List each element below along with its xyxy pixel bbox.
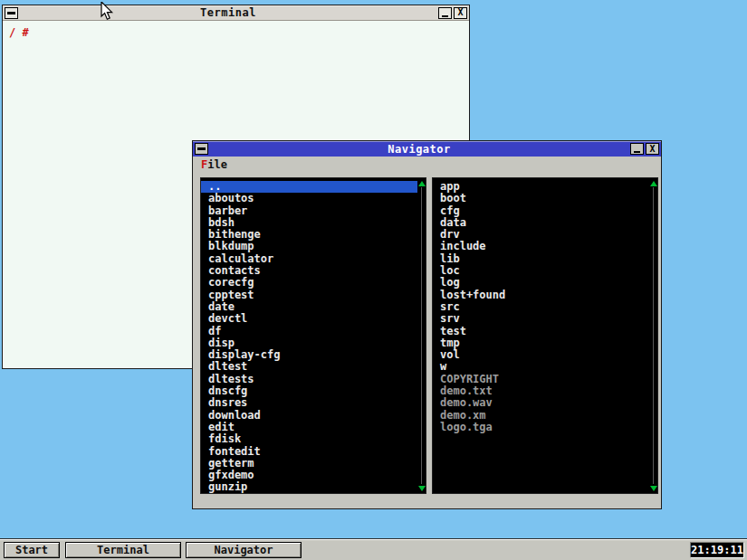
terminal-titlebar[interactable]: Terminal X	[3, 5, 469, 21]
file-item[interactable]: aboutos	[201, 193, 417, 204]
navigator-menubar: File	[193, 157, 661, 172]
file-item[interactable]: include	[433, 241, 649, 252]
file-item[interactable]: tmp	[433, 337, 649, 349]
file-item[interactable]: getterm	[201, 458, 417, 470]
window-menu-icon	[7, 12, 15, 14]
file-item[interactable]: drv	[433, 229, 649, 241]
scroll-up-icon	[650, 181, 657, 186]
left-scrollbar[interactable]	[417, 178, 426, 493]
file-item[interactable]: srv	[433, 313, 649, 325]
file-item[interactable]: display-cfg	[201, 349, 417, 361]
file-item[interactable]: boot	[433, 193, 649, 204]
taskbar: Start Terminal Navigator 21:19:11	[0, 538, 747, 560]
close-button[interactable]: X	[454, 7, 467, 19]
file-item[interactable]: gfxdemo	[201, 470, 417, 481]
file-item[interactable]: date	[201, 301, 417, 313]
file-item[interactable]: barber	[201, 205, 417, 217]
file-item[interactable]: demo.txt	[433, 385, 649, 397]
file-item[interactable]: ..	[201, 181, 417, 193]
minimize-icon	[634, 151, 640, 153]
terminal-title: Terminal	[18, 6, 438, 19]
left-file-list[interactable]: ..aboutosbarberbdshbithengeblkdumpcalcul…	[201, 181, 417, 493]
file-menu-label: ile	[207, 158, 227, 171]
scroll-up-button[interactable]	[417, 179, 426, 187]
scrollbar-track[interactable]	[653, 187, 654, 484]
minimize-button[interactable]	[630, 143, 644, 155]
navigator-title: Navigator	[208, 143, 630, 156]
taskbar-item-navigator[interactable]: Navigator	[186, 542, 302, 558]
shell-prompt: / #	[9, 26, 29, 39]
navigator-window: Navigator X File ..aboutosbarberbdshbith…	[192, 140, 662, 509]
file-item[interactable]: data	[433, 217, 649, 229]
file-menu[interactable]: File	[201, 158, 227, 171]
file-item[interactable]: gunzip	[201, 481, 417, 493]
left-file-panel: ..aboutosbarberbdshbithengeblkdumpcalcul…	[200, 177, 426, 494]
file-item[interactable]: disp	[201, 337, 417, 349]
taskbar-item-terminal[interactable]: Terminal	[65, 542, 181, 558]
start-button[interactable]: Start	[4, 542, 60, 558]
file-item[interactable]: demo.wav	[433, 397, 649, 409]
file-item[interactable]: blkdump	[201, 241, 417, 252]
close-icon: X	[649, 145, 655, 154]
right-file-list[interactable]: appbootcfgdatadrvincludeliblocloglost+fo…	[433, 181, 649, 493]
close-icon: X	[457, 8, 463, 17]
minimize-button[interactable]	[438, 7, 452, 19]
taskbar-clock: 21:19:11	[690, 542, 744, 558]
close-button[interactable]: X	[646, 143, 659, 155]
file-item[interactable]: app	[433, 181, 649, 193]
file-item[interactable]: download	[201, 410, 417, 422]
scroll-up-button[interactable]	[649, 179, 657, 187]
file-item[interactable]: fdisk	[201, 433, 417, 445]
minimize-icon	[442, 15, 448, 17]
desktop: Terminal X / # Navigator	[0, 0, 747, 560]
file-item[interactable]: contacts	[201, 265, 417, 277]
scrollbar-track[interactable]	[421, 187, 422, 484]
file-item[interactable]: cpptest	[201, 289, 417, 301]
file-item[interactable]: loc	[433, 265, 649, 277]
file-item[interactable]: bithenge	[201, 229, 417, 241]
file-item[interactable]: lib	[433, 253, 649, 265]
file-item[interactable]: dltests	[201, 374, 417, 385]
file-item[interactable]: test	[433, 326, 649, 337]
file-item[interactable]: demo.xm	[433, 410, 649, 422]
file-item[interactable]: corecfg	[201, 277, 417, 289]
file-item[interactable]: dnscfg	[201, 385, 417, 397]
file-item[interactable]: dltest	[201, 361, 417, 373]
file-item[interactable]: logo.tga	[433, 422, 649, 433]
window-menu-button[interactable]	[195, 143, 208, 155]
file-item[interactable]: edit	[201, 422, 417, 433]
scroll-down-button[interactable]	[649, 484, 657, 492]
file-item[interactable]: df	[201, 326, 417, 337]
terminal-output-area[interactable]: / #	[3, 21, 469, 44]
file-item[interactable]: fontedit	[201, 446, 417, 458]
file-item[interactable]: COPYRIGHT	[433, 374, 649, 385]
file-item[interactable]: calculator	[201, 253, 417, 265]
window-menu-button[interactable]	[5, 7, 18, 19]
scroll-down-icon	[650, 486, 657, 491]
file-item[interactable]: vol	[433, 349, 649, 361]
file-item[interactable]: lost+found	[433, 289, 649, 301]
file-item[interactable]: w	[433, 361, 649, 373]
file-item[interactable]: log	[433, 277, 649, 289]
file-item[interactable]: devctl	[201, 313, 417, 325]
navigator-titlebar[interactable]: Navigator X	[193, 141, 661, 157]
file-item[interactable]: bdsh	[201, 217, 417, 229]
window-menu-icon	[197, 147, 206, 150]
file-item[interactable]: src	[433, 301, 649, 313]
file-item[interactable]: dnsres	[201, 397, 417, 409]
right-file-panel: appbootcfgdatadrvincludeliblocloglost+fo…	[432, 177, 658, 494]
scroll-down-icon	[418, 486, 426, 491]
file-item[interactable]: cfg	[433, 205, 649, 217]
scroll-down-button[interactable]	[417, 484, 426, 492]
right-scrollbar[interactable]	[649, 178, 657, 493]
scroll-up-icon	[418, 181, 426, 186]
